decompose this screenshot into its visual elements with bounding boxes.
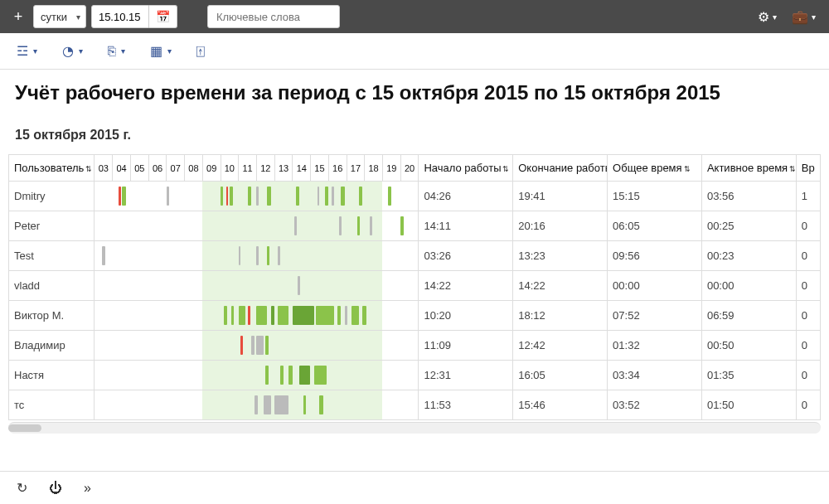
activity-segment — [288, 366, 292, 385]
activity-segment — [224, 306, 226, 325]
col-hour-14[interactable]: 14 — [293, 155, 311, 182]
col-end[interactable]: Окончание работы⇅ — [513, 155, 608, 182]
user-cell[interactable]: Виктор М. — [9, 301, 95, 331]
power-icon: ⏻ — [49, 481, 62, 495]
start-cell: 11:53 — [419, 390, 513, 420]
col-hour-16[interactable]: 16 — [328, 155, 347, 182]
activity-segment — [239, 246, 241, 265]
timeline-cell — [95, 301, 419, 331]
scrollbar-thumb[interactable] — [8, 424, 41, 432]
extra-cell: 0 — [796, 241, 820, 271]
col-hour-18[interactable]: 18 — [365, 155, 383, 182]
end-cell: 15:46 — [513, 390, 608, 420]
activity-segment — [264, 395, 271, 414]
activity-segment — [294, 216, 297, 235]
col-hour-20[interactable]: 20 — [400, 155, 419, 182]
activity-segment — [226, 187, 228, 206]
user-cell[interactable]: Настя — [9, 361, 95, 390]
user-cell[interactable]: Dmitry — [9, 182, 95, 211]
col-hour-05[interactable]: 05 — [130, 155, 148, 182]
activity-segment — [221, 187, 223, 206]
total-cell: 15:15 — [608, 182, 702, 211]
col-hour-13[interactable]: 13 — [274, 155, 293, 182]
settings-menu[interactable]: ⚙▾ — [753, 9, 782, 25]
activity-segment — [267, 246, 269, 265]
extra-cell: 0 — [796, 331, 820, 361]
user-cell[interactable]: Peter — [9, 211, 95, 241]
col-hour-06[interactable]: 06 — [148, 155, 167, 182]
col-active[interactable]: Активное время⇅ — [701, 155, 796, 182]
secondary-toolbar: ☲▾ ◔▾ ⎘▾ ▦▾ ⍐ — [0, 33, 829, 70]
col-hour-08[interactable]: 08 — [185, 155, 203, 182]
expand-button[interactable]: » — [84, 481, 91, 496]
start-cell: 10:20 — [419, 301, 513, 331]
col-hour-04[interactable]: 04 — [113, 155, 131, 182]
table-row: тс11:5315:4603:5201:500 — [9, 390, 821, 420]
col-hour-07[interactable]: 07 — [167, 155, 185, 182]
export-icon: ⍐ — [196, 44, 205, 59]
col-start[interactable]: Начало работы⇅ — [419, 155, 513, 182]
activity-segment — [388, 187, 391, 206]
user-cell[interactable]: vladd — [9, 271, 95, 301]
timeline-cell — [95, 182, 419, 211]
col-hour-10[interactable]: 10 — [221, 155, 239, 182]
end-cell: 14:22 — [513, 271, 608, 301]
table-row: Test03:2613:2309:5600:230 — [9, 241, 821, 271]
caret-down-icon: ▾ — [121, 46, 125, 56]
search-input[interactable] — [207, 5, 340, 28]
date-input[interactable] — [91, 5, 149, 28]
period-select[interactable]: сутки — [33, 5, 86, 28]
user-cell[interactable]: Владимир — [9, 331, 95, 361]
activity-segment — [362, 306, 366, 325]
col-hour-03[interactable]: 03 — [95, 155, 113, 182]
add-button[interactable]: + — [8, 5, 28, 28]
activity-segment — [345, 306, 347, 325]
col-hour-15[interactable]: 15 — [311, 155, 329, 182]
extra-cell: 0 — [796, 271, 820, 301]
export-button[interactable]: ⍐ — [196, 44, 205, 59]
activity-segment — [231, 306, 234, 325]
refresh-button[interactable]: ↻ — [17, 480, 27, 496]
start-cell: 03:26 — [419, 241, 513, 271]
end-cell: 19:41 — [513, 182, 608, 211]
caret-down-icon: ▾ — [167, 46, 172, 56]
timeline-cell — [95, 271, 419, 301]
col-hour-11[interactable]: 11 — [239, 155, 257, 182]
activity-segment — [271, 306, 274, 325]
copy-menu[interactable]: ⎘▾ — [108, 44, 125, 59]
activity-segment — [255, 395, 257, 414]
col-last[interactable]: Вр — [796, 155, 820, 182]
user-cell[interactable]: Test — [9, 241, 95, 271]
calendar-icon: 📅 — [156, 10, 170, 23]
start-cell: 14:11 — [419, 211, 513, 241]
list-icon: ☲ — [17, 43, 28, 59]
extra-cell: 0 — [796, 361, 820, 390]
start-cell: 14:22 — [419, 271, 513, 301]
end-cell: 13:23 — [513, 241, 608, 271]
user-cell[interactable]: тс — [9, 390, 95, 420]
list-menu[interactable]: ☲▾ — [17, 43, 37, 59]
total-cell: 03:52 — [608, 390, 702, 420]
activity-segment — [280, 366, 284, 385]
power-button[interactable]: ⏻ — [49, 481, 62, 496]
col-user[interactable]: Пользователь⇅ — [9, 155, 95, 182]
date-group: 📅 — [91, 5, 177, 28]
briefcase-menu[interactable]: 💼▾ — [787, 9, 821, 25]
activity-segment — [251, 336, 255, 355]
activity-segment — [119, 187, 121, 206]
col-hour-17[interactable]: 17 — [347, 155, 365, 182]
caret-down-icon: ▾ — [773, 12, 777, 22]
horizontal-scrollbar[interactable] — [8, 422, 821, 434]
table-menu[interactable]: ▦▾ — [150, 43, 172, 59]
active-cell: 00:50 — [701, 331, 796, 361]
col-hour-09[interactable]: 09 — [202, 155, 221, 182]
chart-menu[interactable]: ◔▾ — [62, 43, 83, 59]
caret-down-icon: ▾ — [33, 46, 37, 56]
caret-down-icon: ▾ — [79, 46, 83, 56]
active-cell: 00:00 — [701, 271, 796, 301]
activity-segment — [332, 187, 333, 206]
col-hour-19[interactable]: 19 — [382, 155, 400, 182]
col-hour-12[interactable]: 12 — [256, 155, 274, 182]
calendar-button[interactable]: 📅 — [149, 5, 177, 28]
col-total[interactable]: Общее время⇅ — [608, 155, 702, 182]
